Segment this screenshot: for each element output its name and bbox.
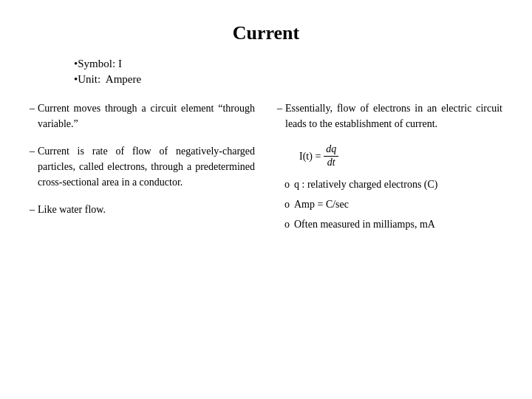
- right-column: – Essentially, flow of electrons in an e…: [277, 100, 502, 236]
- content-row: – Current moves through a circuit elemen…: [30, 100, 502, 236]
- page-title: Current: [30, 22, 502, 44]
- dash-2: –: [30, 143, 35, 190]
- o-bullet-3: o: [284, 216, 290, 232]
- left-item-3: – Like water flow.: [30, 202, 255, 217]
- unit-value: Ampere: [106, 73, 141, 85]
- right-main-text: Essentially, flow of electrons in an ele…: [285, 100, 502, 132]
- left-text-3: Like water flow.: [38, 202, 255, 217]
- formula-prefix: I(t) =: [299, 149, 321, 164]
- dash-3: –: [30, 202, 35, 217]
- fraction-denominator: dt: [325, 157, 338, 169]
- fraction-numerator: dq: [324, 143, 338, 157]
- sub-item-2: o Amp = C/sec: [284, 197, 502, 212]
- page: Current •Symbol: I •Unit: Ampere – Curre…: [0, 0, 532, 399]
- dash-1: –: [30, 100, 35, 132]
- o-bullet-1: o: [284, 177, 290, 192]
- sub-text-3: Often measured in milliamps, mA: [294, 216, 435, 232]
- sub-text-2: Amp = C/sec: [294, 197, 349, 212]
- right-main-item: – Essentially, flow of electrons in an e…: [277, 100, 502, 132]
- left-item-1: – Current moves through a circuit elemen…: [30, 100, 255, 132]
- left-column: – Current moves through a circuit elemen…: [30, 100, 255, 236]
- unit-label: •Unit:: [74, 73, 106, 85]
- symbol-value: I: [118, 58, 122, 69]
- sub-text-1: q : relatively charged electrons (C): [294, 177, 438, 192]
- symbol-label: •Symbol:: [74, 58, 118, 69]
- unit-line: •Unit: Ampere: [74, 73, 502, 86]
- left-item-2: – Current is rate of flow of negatively-…: [30, 143, 255, 190]
- right-dash: –: [277, 100, 282, 132]
- left-text-2: Current is rate of flow of negatively-ch…: [38, 143, 255, 190]
- symbol-line: •Symbol: I: [74, 58, 502, 70]
- sub-item-1: o q : relatively charged electrons (C): [284, 177, 502, 192]
- left-text-1: Current moves through a circuit element …: [38, 100, 255, 132]
- o-bullet-2: o: [284, 197, 290, 212]
- fraction: dq dt: [324, 143, 338, 169]
- sub-item-3: o Often measured in milliamps, mA: [284, 216, 502, 232]
- formula-block: I(t) = dq dt: [299, 143, 502, 169]
- bullet-section: •Symbol: I •Unit: Ampere: [74, 58, 502, 86]
- formula-line: I(t) = dq dt: [299, 143, 502, 169]
